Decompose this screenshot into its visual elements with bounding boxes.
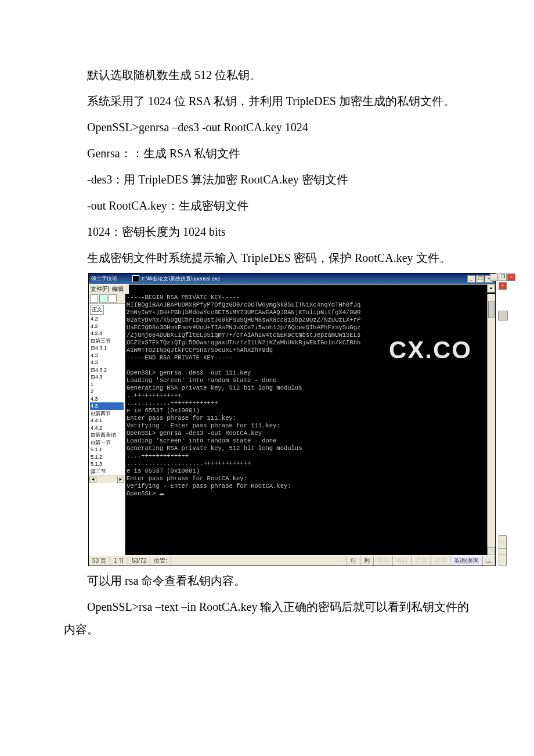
status-lang[interactable]: 英语(美国: [450, 556, 483, 566]
word-statusbar: 53 页 1 节 53/72 位置: 行 列 录制 修订 扩展 改写 英语(美国…: [89, 555, 495, 566]
outer-restore-button[interactable]: ❐: [499, 273, 507, 281]
outline-item[interactable]: 第二节: [90, 468, 124, 476]
console-scroll-down[interactable]: ▼: [488, 547, 495, 555]
outline-item[interactable]: 4.4.2: [90, 424, 124, 432]
outer-window-controls: _ ❐ × ×: [497, 273, 508, 566]
outer-scrollbar[interactable]: [499, 535, 507, 566]
status-rec[interactable]: 录制: [374, 556, 393, 566]
paragraph: 系统采用了 1024 位 RSA 私钥，并利用 TripleDES 加密生成的私…: [64, 90, 470, 113]
paragraph: -des3：用 TripleDES 算法加密 RootCA.key 密钥文件: [64, 168, 470, 191]
console-icon: [132, 275, 139, 282]
word-toolbar[interactable]: [89, 294, 125, 304]
console-min-button[interactable]: _: [467, 275, 475, 283]
console-body[interactable]: CX.CO-----BEGIN RSA PRIVATE KEY----- MII…: [125, 294, 495, 555]
paragraph: 生成密钥文件时系统提示输入 TripleDES 密码，保护 RootCA.key…: [64, 247, 470, 269]
console-top-strip: ▲: [129, 285, 495, 294]
outline-item[interactable]: ⊟第四章结: [90, 431, 124, 439]
cursor: [160, 494, 164, 495]
status-book-icon[interactable]: 📖: [483, 556, 495, 566]
menu-edit[interactable]: 编辑: [112, 285, 124, 293]
paragraph-code: OpenSSL>genrsa –des3 -out RootCA.key 102…: [64, 116, 470, 139]
status-rev[interactable]: 修订: [393, 556, 412, 566]
paragraph: 可以用 rsa 命令查看私钥内容。: [64, 570, 470, 592]
toolbar-save-icon[interactable]: [109, 294, 117, 303]
paragraph: 1024：密钥长度为 1024 bits: [64, 221, 470, 243]
paragraph: 默认选取随机数生成 512 位私钥。: [64, 64, 470, 87]
outline-item[interactable]: ⊟第四节: [90, 410, 124, 417]
menu-file[interactable]: 文件(F): [91, 285, 110, 293]
outline-item[interactable]: ⊟4.3.1: [90, 344, 124, 352]
outer-min-button[interactable]: _: [490, 273, 498, 281]
outline-item[interactable]: 4.2: [90, 315, 124, 323]
outline-item[interactable]: ⊟4.3.2: [90, 366, 124, 374]
outline-item[interactable]: ⊟第三节: [90, 337, 124, 345]
paragraph: OpenSSL>rsa –text –in RootCA.key 输入正确的密码…: [64, 596, 470, 641]
outline-item[interactable]: 4.4.1: [90, 417, 124, 424]
status-col: 列: [360, 556, 374, 566]
console-scroll-up[interactable]: ▲: [487, 285, 495, 293]
outline-item[interactable]: 4.3: [90, 352, 124, 359]
hscroll-right[interactable]: ►: [117, 477, 124, 483]
outline-item[interactable]: 4.3: [90, 402, 124, 410]
status-ext[interactable]: 扩展: [412, 556, 431, 566]
style-selector[interactable]: 正文: [90, 305, 104, 315]
scroll-thumb[interactable]: [488, 301, 495, 318]
outer-close-button[interactable]: ×: [507, 273, 515, 281]
hscroll-left[interactable]: ◄: [89, 477, 96, 483]
outline-pane[interactable]: 正文 4.24.24.2.4⊟第三节⊟4.3.14.34.3⊟4.3.2⊟4.3…: [89, 294, 125, 555]
word-title-text: 硕士学位论: [91, 275, 117, 281]
outline-item[interactable]: 4.3: [90, 395, 124, 403]
word-menubar[interactable]: 文件(F) 编辑: [89, 285, 129, 294]
status-pageof: 53/72: [128, 556, 150, 566]
toolbar-open-icon[interactable]: [99, 294, 107, 303]
outline-item[interactable]: 4.2.4: [90, 330, 124, 337]
outline-item[interactable]: ⊟第一节: [90, 439, 124, 447]
status-section: 1 节: [110, 556, 128, 566]
console-max-button[interactable]: ❐: [476, 275, 484, 283]
status-ovr[interactable]: 改写: [431, 556, 450, 566]
outline-item[interactable]: ⊟4.3: [90, 373, 124, 381]
console-titlebar[interactable]: F:\毕业论文\系统仿真\openssl.exe _ ❐ ×: [130, 273, 495, 284]
word-titlebar: 硕士学位论: [89, 273, 130, 284]
embedded-screenshot: _ ❐ × × 硕士学位论 F:\毕业论文\系统仿真\openssl.exe: [88, 273, 496, 566]
outline-item[interactable]: 4.2: [90, 323, 124, 330]
status-row: 行: [347, 556, 360, 566]
outline-item[interactable]: 1: [90, 381, 124, 388]
speaker-icon[interactable]: [498, 311, 508, 321]
paragraph: Genrsa：：生成 RSA 私钥文件: [64, 142, 470, 165]
outline-item[interactable]: 2: [90, 388, 124, 395]
outline-item[interactable]: 5.1.3: [90, 460, 124, 468]
paragraph: -out RootCA.key：生成密钥文件: [64, 195, 470, 217]
status-page: 53 页: [89, 556, 110, 566]
doc-close-button[interactable]: ×: [499, 282, 507, 290]
outline-item[interactable]: 5.1.2: [90, 453, 124, 461]
outline-hscroll[interactable]: ◄ ►: [89, 476, 125, 483]
console-scrollbar[interactable]: ▼: [487, 294, 495, 555]
console-title-text: F:\毕业论文\系统仿真\openssl.exe: [142, 275, 221, 283]
outline-item[interactable]: 5.1.1: [90, 446, 124, 453]
status-loc: 位置:: [150, 556, 171, 566]
outline-item[interactable]: 4.3: [90, 359, 124, 366]
toolbar-new-icon[interactable]: [90, 294, 98, 303]
